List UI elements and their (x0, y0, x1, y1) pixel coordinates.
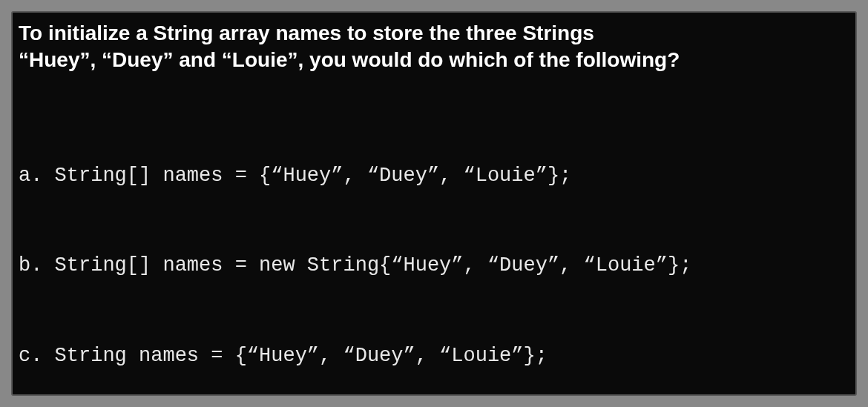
question-line-2: “Huey”, “Duey” and “Louie”, you would do… (19, 48, 680, 71)
option-c: c. String names = {“Huey”, “Duey”, “Loui… (19, 341, 849, 371)
option-a: a. String[] names = {“Huey”, “Duey”, “Lo… (19, 161, 849, 191)
answer-options: a. String[] names = {“Huey”, “Duey”, “Lo… (19, 101, 849, 396)
question-container: To initialize a String array names to st… (11, 11, 857, 396)
option-b: b. String[] names = new String{“Huey”, “… (19, 251, 849, 281)
question-text: To initialize a String array names to st… (19, 20, 849, 74)
question-line-1: To initialize a String array names to st… (19, 21, 594, 44)
